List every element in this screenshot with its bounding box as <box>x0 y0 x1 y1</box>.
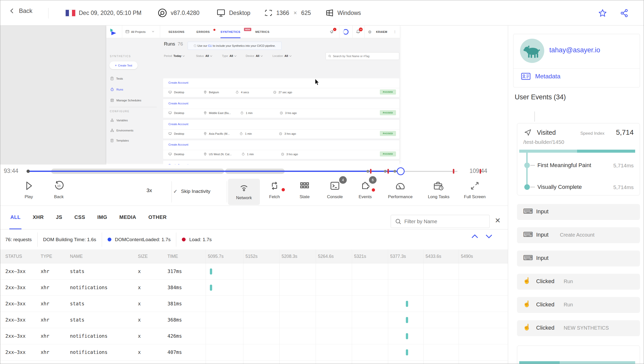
filter-by-name-input[interactable] <box>391 215 490 228</box>
divider <box>513 68 640 69</box>
tab-xhr[interactable]: XHR <box>32 206 45 230</box>
location-pin-icon <box>204 152 207 156</box>
filter-status: StatusAll <box>196 54 212 57</box>
user-card: tahay@asayer.io Metadata <box>513 34 640 87</box>
metadata-button[interactable]: Metadata <box>521 73 560 80</box>
timeline-progress[interactable] <box>28 171 401 172</box>
event-label: Clicked <box>536 278 554 285</box>
skip-inactivity-toggle[interactable]: ✓ Skip Inactivity <box>173 179 210 203</box>
share-button[interactable] <box>620 8 629 18</box>
run-meta: Desktop Belgium 4 secs 27 sec ago <box>168 90 292 94</box>
network-request-row[interactable]: 2xx–3xxxhrstatsx381ms <box>0 296 508 312</box>
event-clicked[interactable]: ☝ Clicked Run <box>517 274 640 290</box>
tab-other[interactable]: OTHER <box>147 206 168 230</box>
run-meta: Desktop US West (N. Cal... 1 min 3 hrs a… <box>168 152 298 156</box>
tool-network[interactable]: Network <box>228 179 260 205</box>
run-name: Create Account <box>168 143 188 146</box>
event-input[interactable]: ⌨ Input Create Account <box>517 227 640 243</box>
id-card-icon <box>521 73 531 80</box>
event-label: Clicked <box>536 325 554 331</box>
resolution-width: 1366 <box>276 10 289 16</box>
clock-icon <box>281 153 284 156</box>
network-request-row[interactable]: 2xx–3xxxhrstatsx368ms <box>0 312 508 328</box>
app-user-name: KRAIEM <box>376 26 387 38</box>
tab-img[interactable]: IMG <box>96 206 108 230</box>
fmp-dot-icon <box>524 163 530 168</box>
section-configure: CONFIGURE <box>110 110 130 113</box>
visited-url: /test-builder/1450 <box>523 139 564 145</box>
play-button[interactable]: Play <box>14 179 44 199</box>
stopwatch-icon <box>110 87 114 91</box>
event-input[interactable]: ⌨ Input <box>517 204 640 220</box>
resolution: 1366 × 625 <box>264 0 311 26</box>
event-input[interactable]: ⌨ Input <box>517 251 640 266</box>
os-label: Windows <box>337 10 361 16</box>
session-toolbar: Back Dec 09, 2020, 05:10 PM v87.0.4280 D… <box>0 0 644 26</box>
event-clicked[interactable]: ☝ Clicked NEW SYNTHETICS <box>517 320 640 336</box>
favorite-star-button[interactable] <box>598 8 607 18</box>
network-request-row[interactable]: 2xx–3xxxhrstatsx317ms <box>0 263 508 280</box>
playhead-handle[interactable] <box>397 167 405 175</box>
viewport-brackets-icon <box>264 8 273 17</box>
visited-event-card[interactable]: Visited Speed Index 5,714 /test-builder/… <box>517 123 640 195</box>
tool-long-tasks[interactable]: Long Tasks <box>420 179 458 199</box>
divider <box>160 26 160 38</box>
event-value: Create Account <box>560 232 595 238</box>
back-button[interactable]: Back <box>9 7 32 14</box>
player-controls-section: 93:44 109:44 Play 10 Back 3x ✓ Skip Inac… <box>0 165 508 206</box>
error-marker <box>370 169 371 174</box>
tool-events[interactable]: 6 Events <box>346 179 384 199</box>
duration-icon <box>236 90 239 94</box>
network-request-row[interactable]: 2xx–3xxxhrnotificationsx407ms <box>0 344 508 360</box>
chrome-icon <box>157 8 167 18</box>
close-panel-button[interactable]: ✕ <box>495 216 501 225</box>
visited-header: Visited <box>524 128 556 136</box>
puzzle-icon <box>360 180 371 191</box>
run-meta: Desktop Asia Pacific (M... 1 min 3 hrs a… <box>168 132 296 135</box>
request-timing-bar <box>406 349 408 355</box>
jump-previous-button[interactable] <box>470 233 479 240</box>
request-timing-bar <box>406 301 408 307</box>
visited-label: Visited <box>537 129 556 136</box>
announcements-badge: 1 <box>333 28 336 31</box>
network-request-row[interactable]: 2xx–3xxxhrnotificationsx384ms <box>0 280 508 296</box>
fullscreen-arrows-icon <box>470 181 480 191</box>
divider <box>122 26 122 38</box>
event-label: Input <box>536 255 549 261</box>
clock-icon <box>273 91 276 94</box>
page-load-progress-bar <box>519 150 635 153</box>
visited-event-card-partial[interactable] <box>517 346 640 364</box>
status-badge: PASSED <box>380 110 396 115</box>
checkmark-icon: ✓ <box>173 188 178 194</box>
dcl-dot-icon <box>108 238 111 241</box>
network-request-row[interactable]: 2xx–3xxxhrnotificationsx426ms <box>0 328 508 344</box>
replay-gutter <box>0 26 106 165</box>
timeline-track[interactable] <box>401 171 457 172</box>
tool-full-screen[interactable]: Full Screen <box>456 179 494 199</box>
tool-performance[interactable]: Performance <box>381 179 419 199</box>
divider <box>227 181 227 202</box>
back-label: Back <box>19 7 32 14</box>
run-name: Create Account <box>168 81 188 84</box>
event-clicked[interactable]: ☝ Clicked Run <box>517 297 640 313</box>
dom-content-loaded: DOMContentLoaded: 1.7s <box>115 237 171 242</box>
divider <box>37 233 38 247</box>
tab-css[interactable]: CSS <box>73 206 86 230</box>
tab-all[interactable]: ALL <box>9 206 21 230</box>
jump-next-button[interactable] <box>485 233 493 240</box>
back-10-seconds-button[interactable]: 10 Back <box>44 179 74 199</box>
request-timing-bar <box>210 285 212 291</box>
session-date-label: Dec 09, 2020, 05:10 PM <box>79 10 141 16</box>
user-email: tahay@asayer.io <box>549 46 600 54</box>
location-pin-icon <box>204 111 207 115</box>
event-label: Clicked <box>536 301 554 308</box>
duration-icon <box>240 111 243 115</box>
tab-js[interactable]: JS <box>55 206 63 230</box>
tab-media[interactable]: MEDIA <box>118 206 137 230</box>
keyboard-icon: ⌨ <box>523 231 533 239</box>
replayed-app-window: All Projects SESSIONS ERRORS SYNTHETICS … <box>106 26 400 163</box>
col-name: NAME <box>70 254 83 259</box>
pointer-icon: ☝ <box>523 300 531 307</box>
filter-by-name-field[interactable] <box>404 219 485 224</box>
speed-button[interactable]: 3x <box>142 179 157 203</box>
